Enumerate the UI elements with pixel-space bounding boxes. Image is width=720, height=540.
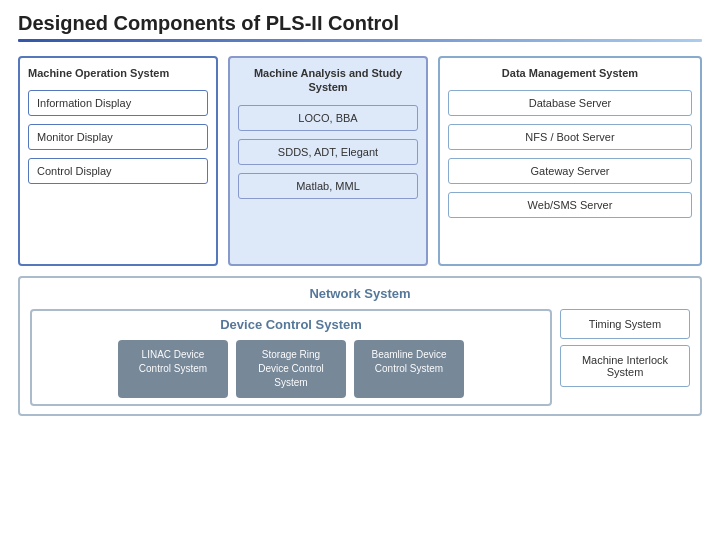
op-item-monitor: Monitor Display: [28, 124, 208, 150]
top-section: Machine Operation System Information Dis…: [18, 56, 702, 266]
data-mgmt-panel: Data Management System Database Server N…: [438, 56, 702, 266]
timing-system: Timing System: [560, 309, 690, 339]
page: Designed Components of PLS-II Control Ma…: [0, 0, 720, 540]
machine-op-title: Machine Operation System: [28, 66, 208, 80]
device-items: LINAC Device Control System Storage Ring…: [42, 340, 540, 398]
right-boxes: Timing System Machine Interlock System: [560, 309, 690, 406]
device-item-storage: Storage Ring Device Control System: [236, 340, 346, 398]
machine-analysis-panel: Machine Analysis and Study System LOCO, …: [228, 56, 428, 266]
machine-interlock: Machine Interlock System: [560, 345, 690, 387]
op-item-info: Information Display: [28, 90, 208, 116]
data-mgmt-title: Data Management System: [448, 66, 692, 80]
device-control-title: Device Control System: [42, 317, 540, 332]
page-title: Designed Components of PLS-II Control: [18, 12, 702, 35]
data-item-web: Web/SMS Server: [448, 192, 692, 218]
device-item-linac: LINAC Device Control System: [118, 340, 228, 398]
analysis-item-matlab: Matlab, MML: [238, 173, 418, 199]
analysis-item-loco: LOCO, BBA: [238, 105, 418, 131]
op-item-control: Control Display: [28, 158, 208, 184]
analysis-item-sdds: SDDS, ADT, Elegant: [238, 139, 418, 165]
device-control-wrapper: Device Control System LINAC Device Contr…: [30, 309, 690, 406]
data-item-gateway: Gateway Server: [448, 158, 692, 184]
title-underline: [18, 39, 702, 42]
data-item-database: Database Server: [448, 90, 692, 116]
machine-analysis-title: Machine Analysis and Study System: [238, 66, 418, 95]
device-control-box: Device Control System LINAC Device Contr…: [30, 309, 552, 406]
network-label: Network System: [30, 286, 690, 301]
data-item-nfs: NFS / Boot Server: [448, 124, 692, 150]
network-section: Network System Device Control System LIN…: [18, 276, 702, 416]
device-item-beamline: Beamline Device Control System: [354, 340, 464, 398]
machine-op-panel: Machine Operation System Information Dis…: [18, 56, 218, 266]
